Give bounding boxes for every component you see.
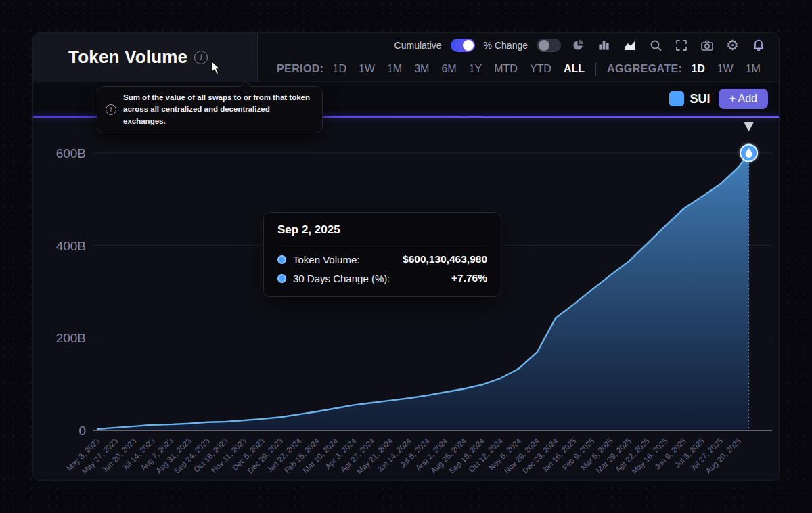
chart-svg: 0200B400B600BMay 3, 2023May 27, 2023Jun … [33, 116, 780, 481]
add-token-button[interactable]: + Add [719, 89, 768, 109]
aggregate-label: AGGREGATE: [607, 63, 682, 75]
tooltip-row: Token Volume:$600,130,463,980 [277, 253, 487, 265]
camera-icon[interactable] [698, 37, 715, 53]
tooltip-row-value: +7.76% [451, 272, 487, 284]
period-row: PERIOD: 1D1W1M3M6M1YMTDYTDALL AGGREGATE:… [258, 58, 779, 82]
aggregate-options: 1D1W1M [691, 63, 761, 75]
cumulative-label: Cumulative [394, 40, 442, 51]
volume-area-chart[interactable]: 0200B400B600BMay 3, 2023May 27, 2023Jun … [33, 116, 780, 481]
series-dot-icon [277, 274, 286, 283]
y-axis-label: 600B [56, 146, 86, 160]
period-option-1w[interactable]: 1W [359, 63, 375, 75]
tooltip-row-value: $600,130,463,980 [403, 253, 487, 265]
area-chart-icon[interactable] [621, 37, 638, 53]
period-options: 1D1W1M3M6M1YMTDYTDALL [332, 63, 585, 75]
y-axis-label: 400B [56, 239, 86, 253]
header: Token Volume i Cumulative % Change [33, 33, 779, 82]
info-circle-icon: i [106, 104, 116, 115]
percent-change-label: % Change [484, 40, 528, 51]
period-option-1d[interactable]: 1D [332, 63, 346, 75]
notifications-bell-icon[interactable] [750, 37, 767, 53]
info-tooltip: i Sum of the value of all swaps to or fr… [97, 86, 323, 133]
tooltip-rows: Token Volume:$600,130,463,98030 Days Cha… [277, 253, 487, 284]
settings-gear-icon[interactable]: ⚙ [724, 37, 741, 53]
app-window: Token Volume i Cumulative % Change [32, 32, 780, 481]
bar-chart-icon[interactable] [595, 37, 612, 53]
page-title: Token Volume [68, 47, 187, 68]
tooltip-row: 30 Days Change (%):+7.76% [277, 272, 487, 284]
info-tooltip-line1: Sum of the value of all swaps to or from… [123, 93, 310, 102]
crosshair-triangle-icon [744, 122, 754, 131]
info-icon[interactable]: i [194, 51, 208, 64]
aggregate-option-1w[interactable]: 1W [717, 63, 734, 75]
period-option-1y[interactable]: 1Y [469, 63, 482, 75]
tooltip-row-label: 30 Days Change (%): [293, 273, 390, 284]
period-option-all[interactable]: ALL [564, 63, 585, 75]
cumulative-toggle[interactable] [451, 39, 475, 52]
sui-color-swatch [669, 91, 684, 106]
legend-token-label: SUI [690, 92, 710, 106]
period-option-6m[interactable]: 6M [441, 63, 456, 75]
period-option-3m[interactable]: 3M [414, 63, 429, 75]
toggle-knob [463, 40, 474, 51]
tooltip-divider [277, 246, 487, 246]
divider [595, 62, 596, 76]
toggle-knob [539, 40, 549, 51]
mouse-cursor-icon [210, 60, 222, 79]
pie-chart-icon[interactable] [570, 37, 587, 53]
series-dot-icon [277, 255, 286, 264]
tooltip-row-label: Token Volume: [293, 254, 359, 265]
period-option-ytd[interactable]: YTD [530, 63, 551, 75]
legend-item-sui[interactable]: SUI [669, 91, 710, 106]
aggregate-option-1d[interactable]: 1D [691, 63, 704, 75]
tooltip-date: Sep 2, 2025 [277, 223, 487, 237]
y-axis-label: 200B [56, 331, 86, 345]
header-controls: Cumulative % Change [258, 33, 779, 81]
period-option-mtd[interactable]: MTD [494, 63, 518, 75]
aggregate-option-1m[interactable]: 1M [746, 63, 761, 75]
period-option-1m[interactable]: 1M [387, 63, 402, 75]
search-icon[interactable] [647, 37, 664, 53]
chart-tooltip: Sep 2, 2025 Token Volume:$600,130,463,98… [263, 212, 501, 297]
gear-glyph: ⚙ [726, 38, 739, 52]
period-label: PERIOD: [277, 63, 323, 75]
y-axis-label: 0 [78, 424, 86, 438]
title-block: Token Volume i [33, 33, 258, 81]
info-tooltip-line2: across all centralized and decentralized… [123, 105, 270, 125]
percent-change-toggle[interactable] [537, 39, 561, 52]
controls-row: Cumulative % Change [258, 33, 779, 58]
info-tooltip-text: Sum of the value of all swaps to or from… [123, 92, 314, 127]
fullscreen-icon[interactable] [673, 37, 690, 53]
